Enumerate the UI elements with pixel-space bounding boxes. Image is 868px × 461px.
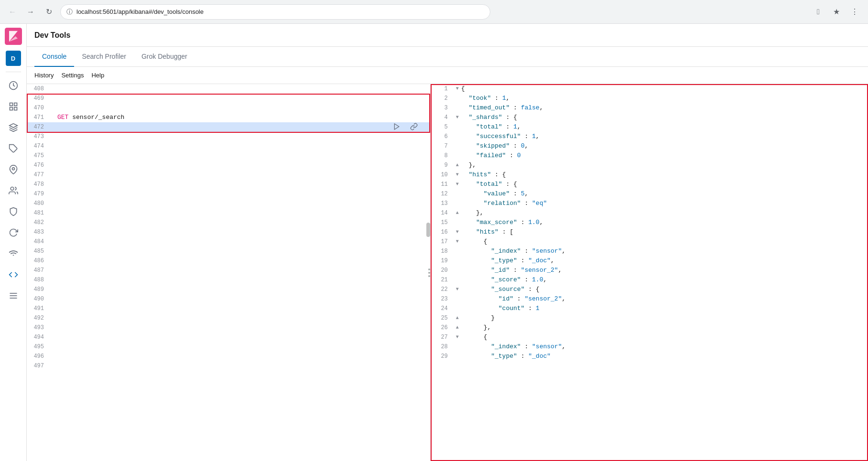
response-editor[interactable]: 1▼{2 "took" : 1,3 "timed_out" : false,4▼… [431,84,868,361]
editor-line[interactable]: 24 "count" : 1 [431,304,868,313]
sidebar-item-shield[interactable] [4,202,23,221]
line-gutter[interactable]: ▼ [454,332,461,342]
sidebar-item-tag[interactable] [4,139,23,158]
editor-line[interactable]: 21 "_score" : 1.0, [431,275,868,285]
line-gutter[interactable]: ▲ [454,161,461,170]
editor-line[interactable]: 471GET sensor/_search [27,113,430,122]
sidebar-item-devtools[interactable] [4,265,23,284]
editor-line[interactable]: 16▼ "hits" : [ [431,227,868,237]
editor-line[interactable]: 12 "value" : 5, [431,189,868,199]
translate-button[interactable]:  [811,4,826,20]
copy-button[interactable] [407,120,421,133]
editor-line[interactable]: 408 [27,84,430,94]
sidebar-avatar[interactable]: D [6,51,21,66]
editor-line[interactable]: 470 [27,103,430,113]
editor-line[interactable]: 8 "failed" : 0 [431,151,868,161]
line-gutter[interactable]: ▼ [454,227,461,237]
bookmark-button[interactable]: ★ [829,4,844,20]
editor-line[interactable]: 494 [27,332,430,342]
editor-line[interactable]: 13 "relation" : "eq" [431,199,868,208]
editor-line[interactable]: 3 "timed_out" : false, [431,103,868,113]
editor-line[interactable]: 28 "_index" : "sensor", [431,342,868,352]
editor-line[interactable]: 14▲ }, [431,208,868,218]
editor-line[interactable]: 472 [27,122,430,132]
editor-line[interactable]: 2 "took" : 1, [431,94,868,103]
editor-line[interactable]: 25▲ } [431,313,868,323]
editor-line[interactable]: 475 [27,151,430,161]
editor-line[interactable]: 491 [27,304,430,313]
back-button[interactable]: ← [6,5,19,19]
tab-grok-debugger[interactable]: Grok Debugger [134,47,195,67]
editor-line[interactable]: 4▼ "_shards" : { [431,113,868,122]
editor-line[interactable]: 9▲ }, [431,161,868,170]
sidebar-item-clock[interactable] [4,76,23,95]
editor-line[interactable]: 483 [27,227,430,237]
editor-line[interactable]: 493 [27,323,430,332]
line-gutter[interactable]: ▼ [454,180,461,189]
editor-line[interactable]: 6 "successful" : 1, [431,132,868,141]
sidebar-item-users[interactable] [4,181,23,200]
line-gutter[interactable]: ▼ [454,84,461,94]
line-gutter[interactable]: ▲ [454,313,461,323]
editor-line[interactable]: 496 [27,352,430,361]
editor-line[interactable]: 1▼{ [431,84,868,94]
line-gutter[interactable]: ▼ [454,113,461,122]
line-gutter[interactable]: ▲ [454,323,461,332]
editor-line[interactable]: 485 [27,247,430,256]
editor-line[interactable]: 482 [27,218,430,227]
editor-line[interactable]: 10▼ "hits" : { [431,170,868,180]
editor-line[interactable]: 479 [27,189,430,199]
tab-search-profiler[interactable]: Search Profiler [74,47,134,67]
kibana-logo[interactable] [5,28,22,45]
editor-line[interactable]: 19 "_type" : "_doc", [431,256,868,266]
sidebar-item-pin[interactable] [4,160,23,179]
reload-button[interactable]: ↻ [42,5,55,19]
editor-line[interactable]: 476 [27,161,430,170]
sidebar-item-chart[interactable] [4,97,23,116]
editor-line[interactable]: 481 [27,208,430,218]
editor-line[interactable]: 27▼ { [431,332,868,342]
line-gutter[interactable]: ▼ [454,237,461,247]
line-gutter[interactable]: ▲ [454,208,461,218]
editor-line[interactable]: 5 "total" : 1, [431,122,868,132]
address-bar[interactable]: ⓘ localhost:5601/app/kibana#/dev_tools/c… [60,4,490,20]
help-button[interactable]: Help [91,71,104,80]
resize-handle[interactable] [427,267,431,279]
editor-line[interactable]: 477 [27,170,430,180]
line-gutter[interactable]: ▼ [454,170,461,180]
editor-line[interactable]: 17▼ { [431,237,868,247]
editor-line[interactable]: 22▼ "_source" : { [431,285,868,294]
editor-line[interactable]: 26▲ }, [431,323,868,332]
editor-line[interactable]: 495 [27,342,430,352]
sidebar-item-wifi[interactable] [4,244,23,263]
sidebar-item-layers[interactable] [4,118,23,137]
editor-line[interactable]: 15 "max_score" : 1.0, [431,218,868,227]
settings-button[interactable]: Settings [61,71,84,80]
editor-line[interactable]: 478 [27,180,430,189]
sidebar-item-refresh[interactable] [4,223,23,242]
editor-line[interactable]: 488 [27,275,430,285]
editor-line[interactable]: 489 [27,285,430,294]
editor-line[interactable]: 20 "_id" : "sensor_2", [431,266,868,275]
request-editor[interactable]: 408469470471GET sensor/_search4724734744… [27,84,430,461]
editor-line[interactable]: 469 [27,94,430,103]
forward-button[interactable]: → [24,5,37,19]
editor-line[interactable]: 474 [27,141,430,151]
sidebar-item-menu[interactable] [4,286,23,305]
history-button[interactable]: History [34,71,54,80]
editor-line[interactable]: 487 [27,266,430,275]
menu-button[interactable]: ⋮ [847,4,862,20]
left-scrollbar[interactable] [426,223,430,237]
line-gutter[interactable]: ▼ [454,285,461,294]
editor-line[interactable]: 480 [27,199,430,208]
editor-line[interactable]: 23 "id" : "sensor_2", [431,294,868,304]
editor-line[interactable]: 473 [27,132,430,141]
editor-line[interactable]: 490 [27,294,430,304]
editor-line[interactable]: 7 "skipped" : 0, [431,141,868,151]
tab-console[interactable]: Console [34,47,74,67]
run-button[interactable] [390,120,403,133]
editor-line[interactable]: 29 "_type" : "_doc" [431,352,868,361]
editor-line[interactable]: 486 [27,256,430,266]
editor-line[interactable]: 11▼ "total" : { [431,180,868,189]
editor-line[interactable]: 497 [27,361,430,371]
